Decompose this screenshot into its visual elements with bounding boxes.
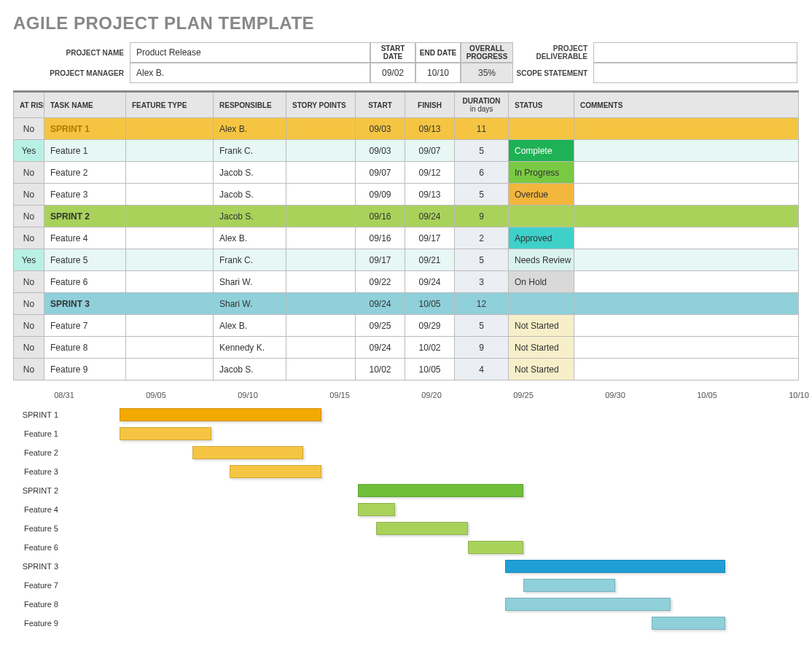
cell-start[interactable]: 09/03 xyxy=(356,140,405,162)
cell-finish[interactable]: 09/24 xyxy=(405,271,455,293)
field-scope-statement[interactable] xyxy=(593,63,797,83)
cell-task-name[interactable]: SPRINT 3 xyxy=(44,293,126,315)
cell-at-risk[interactable]: Yes xyxy=(14,140,44,162)
cell-responsible[interactable]: Alex B. xyxy=(214,118,286,140)
cell-start[interactable]: 09/25 xyxy=(356,315,405,337)
cell-feature-type[interactable] xyxy=(126,118,214,140)
cell-story-points[interactable] xyxy=(286,118,356,140)
cell-responsible[interactable]: Jacob S. xyxy=(214,162,286,184)
cell-status[interactable]: On Hold xyxy=(509,271,574,293)
table-row[interactable]: NoFeature 8Kennedy K.09/2410/029Not Star… xyxy=(14,337,799,359)
cell-start[interactable]: 09/24 xyxy=(356,293,405,315)
cell-responsible[interactable]: Shari W. xyxy=(214,271,286,293)
cell-task-name[interactable]: Feature 8 xyxy=(44,337,126,359)
cell-responsible[interactable]: Frank C. xyxy=(214,140,286,162)
cell-finish[interactable]: 09/13 xyxy=(405,184,455,206)
cell-duration[interactable]: 11 xyxy=(455,118,509,140)
cell-finish[interactable]: 09/17 xyxy=(405,227,455,249)
cell-story-points[interactable] xyxy=(286,271,356,293)
cell-task-name[interactable]: Feature 6 xyxy=(44,271,126,293)
cell-finish[interactable]: 10/05 xyxy=(405,359,455,380)
cell-start[interactable]: 09/24 xyxy=(356,337,405,359)
cell-start[interactable]: 09/16 xyxy=(356,206,405,227)
cell-task-name[interactable]: Feature 2 xyxy=(44,162,126,184)
field-project-manager[interactable]: Alex B. xyxy=(130,63,370,83)
table-row[interactable]: YesFeature 1Frank C.09/0309/075Complete xyxy=(14,140,799,162)
cell-feature-type[interactable] xyxy=(126,140,214,162)
cell-story-points[interactable] xyxy=(286,162,356,184)
cell-duration[interactable]: 5 xyxy=(455,315,509,337)
cell-story-points[interactable] xyxy=(286,293,356,315)
cell-feature-type[interactable] xyxy=(126,227,214,249)
gantt-bar[interactable] xyxy=(192,446,302,459)
cell-feature-type[interactable] xyxy=(126,359,214,380)
table-row[interactable]: NoSPRINT 3Shari W.09/2410/0512 xyxy=(14,293,799,315)
cell-comments[interactable] xyxy=(574,249,799,271)
cell-task-name[interactable]: SPRINT 2 xyxy=(44,206,126,227)
cell-at-risk[interactable]: No xyxy=(14,206,44,227)
cell-finish[interactable]: 09/24 xyxy=(405,206,455,227)
table-row[interactable]: NoFeature 9Jacob S.10/0210/054Not Starte… xyxy=(14,359,799,380)
cell-comments[interactable] xyxy=(574,293,799,315)
gantt-bar[interactable] xyxy=(358,484,523,497)
cell-responsible[interactable]: Jacob S. xyxy=(214,184,286,206)
cell-responsible[interactable]: Jacob S. xyxy=(214,359,286,380)
cell-at-risk[interactable]: No xyxy=(14,162,44,184)
cell-duration[interactable]: 3 xyxy=(455,271,509,293)
cell-feature-type[interactable] xyxy=(126,206,214,227)
cell-status[interactable]: Not Started xyxy=(509,315,574,337)
cell-comments[interactable] xyxy=(574,271,799,293)
cell-status[interactable]: In Progress xyxy=(509,162,574,184)
cell-status[interactable] xyxy=(509,118,574,140)
cell-start[interactable]: 09/22 xyxy=(356,271,405,293)
gantt-bar[interactable] xyxy=(505,598,671,611)
gantt-bar[interactable] xyxy=(120,427,211,440)
gantt-bar[interactable] xyxy=(523,579,615,592)
cell-responsible[interactable]: Shari W. xyxy=(214,293,286,315)
cell-at-risk[interactable]: No xyxy=(14,227,44,249)
cell-feature-type[interactable] xyxy=(126,271,214,293)
table-row[interactable]: NoSPRINT 2Jacob S.09/1609/249 xyxy=(14,206,799,227)
gantt-bar[interactable] xyxy=(358,503,394,516)
cell-duration[interactable]: 6 xyxy=(455,162,509,184)
cell-task-name[interactable]: Feature 7 xyxy=(44,315,126,337)
cell-story-points[interactable] xyxy=(286,140,356,162)
cell-finish[interactable]: 09/12 xyxy=(405,162,455,184)
table-row[interactable]: NoFeature 7Alex B.09/2509/295Not Started xyxy=(14,315,799,337)
cell-story-points[interactable] xyxy=(286,315,356,337)
cell-responsible[interactable]: Jacob S. xyxy=(214,206,286,227)
cell-finish[interactable]: 10/05 xyxy=(405,293,455,315)
cell-duration[interactable]: 4 xyxy=(455,359,509,380)
cell-at-risk[interactable]: No xyxy=(14,271,44,293)
cell-start[interactable]: 09/16 xyxy=(356,227,405,249)
cell-responsible[interactable]: Kennedy K. xyxy=(214,337,286,359)
cell-at-risk[interactable]: No xyxy=(14,118,44,140)
cell-finish[interactable]: 09/13 xyxy=(405,118,455,140)
cell-responsible[interactable]: Alex B. xyxy=(214,227,286,249)
cell-status[interactable]: Overdue xyxy=(509,184,574,206)
cell-comments[interactable] xyxy=(574,337,799,359)
cell-start[interactable]: 09/07 xyxy=(356,162,405,184)
field-project-name[interactable]: Product Release xyxy=(130,42,370,63)
cell-status[interactable]: Not Started xyxy=(509,359,574,380)
cell-at-risk[interactable]: No xyxy=(14,315,44,337)
cell-task-name[interactable]: Feature 9 xyxy=(44,359,126,380)
cell-comments[interactable] xyxy=(574,359,799,380)
cell-comments[interactable] xyxy=(574,206,799,227)
cell-duration[interactable]: 9 xyxy=(455,206,509,227)
cell-at-risk[interactable]: No xyxy=(14,293,44,315)
cell-start[interactable]: 10/02 xyxy=(356,359,405,380)
cell-comments[interactable] xyxy=(574,140,799,162)
cell-comments[interactable] xyxy=(574,315,799,337)
cell-at-risk[interactable]: No xyxy=(14,359,44,380)
cell-responsible[interactable]: Alex B. xyxy=(214,315,286,337)
gantt-bar[interactable] xyxy=(652,617,725,630)
cell-finish[interactable]: 09/29 xyxy=(405,315,455,337)
cell-status[interactable] xyxy=(509,293,574,315)
cell-task-name[interactable]: Feature 1 xyxy=(44,140,126,162)
cell-at-risk[interactable]: Yes xyxy=(14,249,44,271)
cell-start[interactable]: 09/03 xyxy=(356,118,405,140)
cell-story-points[interactable] xyxy=(286,206,356,227)
cell-story-points[interactable] xyxy=(286,337,356,359)
cell-comments[interactable] xyxy=(574,184,799,206)
